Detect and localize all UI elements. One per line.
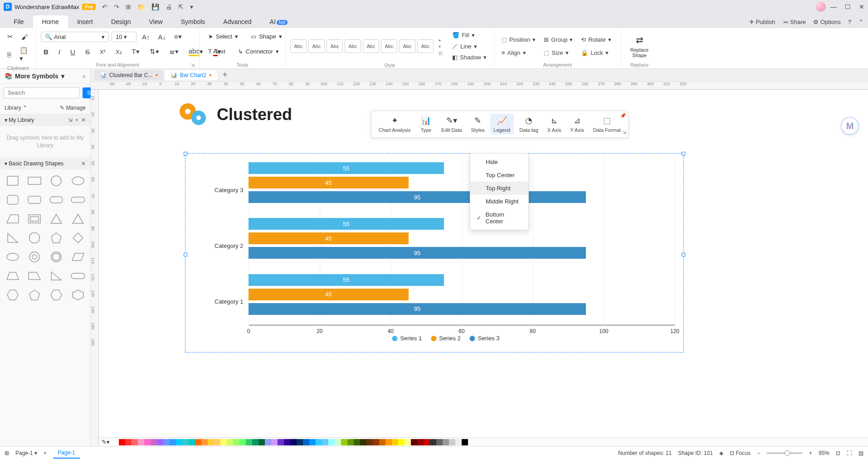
publish-button[interactable]: ✈Publish xyxy=(749,19,775,25)
chart-plot[interactable]: 020406080100120Category 3554595Category … xyxy=(217,158,675,339)
line-spacing-icon[interactable]: ⇅▾ xyxy=(147,46,162,58)
shape-trap2[interactable] xyxy=(4,268,22,284)
bar[interactable]: 45 xyxy=(249,177,409,188)
gallery-up-icon[interactable]: ▴ xyxy=(439,37,442,42)
sidebar-title[interactable]: 📚 More Symbols▾ xyxy=(5,72,64,80)
menu-advanced[interactable]: Advanced xyxy=(214,15,260,28)
color-swatch[interactable] xyxy=(309,439,316,445)
color-swatch[interactable] xyxy=(405,439,411,445)
connector-tool[interactable]: ↳ Connector▾ xyxy=(234,46,283,57)
color-swatch[interactable] xyxy=(265,439,271,445)
minimize-icon[interactable]: — xyxy=(830,3,837,10)
shape-square[interactable] xyxy=(4,173,22,188)
color-swatch[interactable] xyxy=(449,439,455,445)
bar[interactable]: 45 xyxy=(249,232,409,244)
shape-hex2[interactable] xyxy=(47,287,65,303)
help-button[interactable]: ? xyxy=(848,19,851,25)
eyedropper-icon[interactable]: ✎▾ xyxy=(102,439,110,445)
close-lib-icon[interactable]: ✕ xyxy=(81,117,86,123)
color-swatch[interactable] xyxy=(322,439,328,445)
menu-design[interactable]: Design xyxy=(102,15,140,28)
legend-option-top-center[interactable]: Top Center xyxy=(470,169,528,182)
zoom-value[interactable]: 95% xyxy=(819,450,829,456)
layers-icon[interactable]: ◈ xyxy=(719,450,723,456)
color-swatch[interactable] xyxy=(347,439,354,445)
bar[interactable]: 95 xyxy=(249,303,586,315)
color-swatch[interactable] xyxy=(112,439,119,445)
color-swatch[interactable] xyxy=(227,439,233,445)
shape-trap3[interactable] xyxy=(25,268,44,284)
color-swatch[interactable] xyxy=(462,439,468,445)
save-icon[interactable]: 💾 xyxy=(151,3,159,10)
shape-octagon[interactable] xyxy=(25,230,44,246)
menu-insert[interactable]: Insert xyxy=(68,15,102,28)
shape-trapezoid[interactable] xyxy=(4,211,22,227)
text-tool[interactable]: T Text xyxy=(204,46,229,57)
text-case-icon[interactable]: T▾ xyxy=(129,46,142,58)
strikethrough-icon[interactable]: S xyxy=(83,46,93,58)
color-swatch[interactable] xyxy=(341,439,347,445)
color-swatch[interactable] xyxy=(411,439,417,445)
color-swatch[interactable] xyxy=(424,439,430,445)
menu-view[interactable]: View xyxy=(140,15,172,28)
legend-option-middle-right[interactable]: Middle Right xyxy=(470,195,528,208)
font-size-select[interactable]: 10 ▾ xyxy=(112,32,137,42)
shape-hexagon[interactable] xyxy=(4,287,22,303)
color-swatch[interactable] xyxy=(246,439,252,445)
expand-font-icon[interactable]: ⇲ xyxy=(191,63,195,68)
ai-assistant-button[interactable]: M xyxy=(841,117,859,135)
lock-button[interactable]: 🔒 Lock▾ xyxy=(578,48,614,57)
data-tag-button[interactable]: ◔Data tag xyxy=(516,114,542,135)
options-button[interactable]: ⚙Options xyxy=(813,19,841,25)
chart-styles-button[interactable]: ✎Styles xyxy=(468,114,488,135)
data-format-button[interactable]: ⬚Data Format xyxy=(590,114,624,135)
color-swatch[interactable] xyxy=(271,439,278,445)
shape-rounded-rect[interactable] xyxy=(25,192,44,208)
italic-icon[interactable]: I xyxy=(56,46,63,58)
color-swatch[interactable] xyxy=(201,439,208,445)
bold-icon[interactable]: B xyxy=(41,46,51,58)
color-swatch[interactable] xyxy=(208,439,214,445)
color-swatch[interactable] xyxy=(290,439,297,445)
list-icon[interactable]: ≣▾ xyxy=(166,46,181,58)
format-painter-icon[interactable]: 🖌 xyxy=(19,31,31,43)
shape-tool[interactable]: ▭ Shape▾ xyxy=(247,31,286,42)
shape-pill[interactable] xyxy=(47,192,65,208)
style-swatch[interactable]: Abc xyxy=(345,39,361,53)
shape-triangle[interactable] xyxy=(47,211,65,227)
replace-shape-icon[interactable]: ⇄ xyxy=(636,34,644,45)
color-swatch[interactable] xyxy=(220,439,227,445)
legend-option-top-right[interactable]: Top Right xyxy=(470,182,528,195)
share-button[interactable]: ⫘Share xyxy=(782,19,806,25)
shape-hex3[interactable] xyxy=(69,287,87,303)
shape-triangle2[interactable] xyxy=(69,211,87,227)
legend-option-hide[interactable]: Hide xyxy=(470,155,528,169)
color-swatch[interactable] xyxy=(373,439,379,445)
shape-stadium[interactable] xyxy=(69,192,87,208)
style-swatch[interactable]: Abc xyxy=(308,39,325,53)
zoom-in-button[interactable]: + xyxy=(809,450,812,456)
zoom-out-button[interactable]: − xyxy=(757,450,760,456)
chart-type-button[interactable]: 📊Type xyxy=(416,114,436,135)
color-swatch[interactable] xyxy=(443,439,449,445)
color-swatch[interactable] xyxy=(354,439,360,445)
color-swatch[interactable] xyxy=(278,439,284,445)
menu-home[interactable]: Home xyxy=(33,15,68,28)
style-swatch[interactable]: Abc xyxy=(381,39,397,53)
shape-ellipse[interactable] xyxy=(4,249,22,265)
color-swatch[interactable] xyxy=(360,439,366,445)
color-swatch[interactable] xyxy=(328,439,335,445)
add-tab-button[interactable]: + xyxy=(219,70,231,80)
bar[interactable]: 95 xyxy=(249,247,586,259)
shape-ring[interactable] xyxy=(47,249,65,265)
color-swatch[interactable] xyxy=(182,439,189,445)
paste-icon[interactable]: 📋▾ xyxy=(17,44,31,64)
fullscreen-icon[interactable]: ⛶ xyxy=(847,450,852,456)
color-swatch[interactable] xyxy=(430,439,436,445)
color-swatch[interactable] xyxy=(316,439,322,445)
align-button[interactable]: ≡ Align▾ xyxy=(499,48,538,57)
qat-more-icon[interactable]: ▾ xyxy=(190,3,193,10)
color-swatch[interactable] xyxy=(132,439,138,445)
add-icon[interactable]: + xyxy=(75,117,78,123)
shape-rounded-square[interactable] xyxy=(4,192,22,208)
